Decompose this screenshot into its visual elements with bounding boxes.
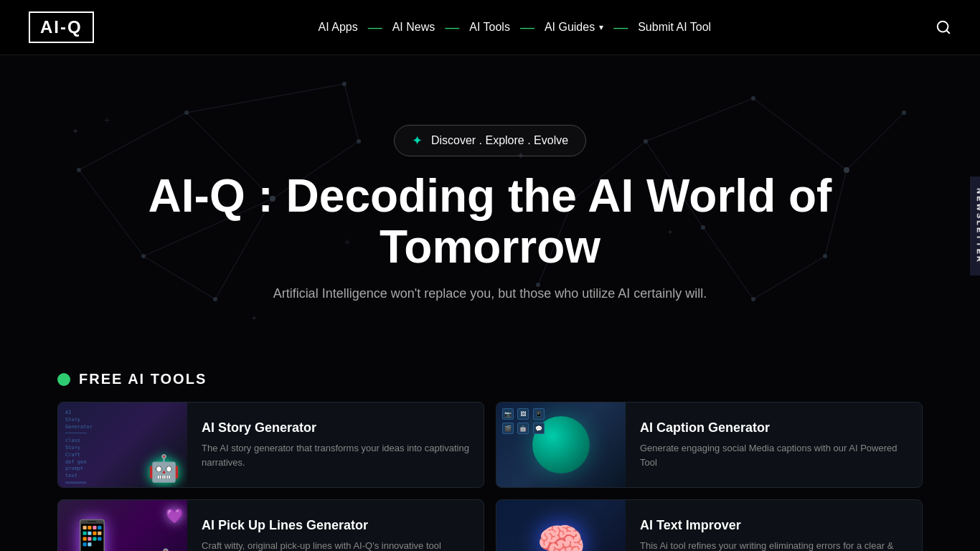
nav-item-ai-apps[interactable]: AI Apps	[306, 21, 371, 34]
svg-point-24	[342, 82, 347, 86]
hearts-icon: 💜	[166, 507, 184, 524]
logo[interactable]: AI-Q	[29, 11, 94, 43]
textimprover-card-title: AI Text Improver	[640, 518, 908, 533]
newsletter-sidebar[interactable]: NEWSLETTER	[970, 176, 980, 276]
hero-badge-text: Discover . Explore . Evolve	[431, 134, 568, 147]
phone-icon: 📱	[65, 517, 119, 552]
chevron-down-icon: ▾	[599, 22, 603, 32]
caption-grid: 📷 🖼 📱 🎬 🤖 💬	[502, 408, 545, 434]
pickup-robot-icon: 🤖	[148, 547, 184, 551]
nav-link-ai-guides[interactable]: AI Guides ▾	[532, 21, 616, 34]
caption-card-content: AI Caption Generator Generate engaging s…	[626, 402, 922, 487]
svg-text:✦: ✦	[251, 314, 257, 322]
svg-text:+: +	[104, 114, 110, 126]
nav-right	[936, 19, 951, 35]
section-heading: FREE AI TOOLS	[79, 371, 207, 387]
textimprover-card-content: AI Text Improver This Ai tool refines yo…	[626, 500, 922, 551]
hand-icon: 🤖	[148, 453, 180, 484]
hero-badge: ✦ Discover . Explore . Evolve	[394, 125, 586, 156]
tool-card-pickup-lines[interactable]: 📱 🤖 💜 AI Pick Up Lines Generator Craft w…	[57, 499, 484, 551]
caption-image-content: 📷 🖼 📱 🎬 🤖 💬	[496, 402, 626, 487]
nav-links: AI Apps — AI News — AI Tools — AI Guides…	[306, 19, 725, 36]
svg-line-13	[847, 113, 904, 170]
textimprover-card-desc: This Ai tool refines your writing elimin…	[640, 539, 908, 551]
story-card-content: AI Story Generator The AI story generato…	[187, 402, 484, 487]
pickup-card-desc: Craft witty, original pick-up lines with…	[202, 539, 469, 551]
nav-separator-1: —	[371, 19, 380, 36]
tool-image-caption: 📷 🖼 📱 🎬 🤖 💬	[496, 402, 626, 487]
logo-wrapper[interactable]: AI-Q	[29, 11, 94, 43]
svg-line-7	[187, 84, 344, 113]
svg-point-30	[902, 110, 906, 115]
story-code-overlay: AIStoryGenerator───────classStoryCraftde…	[65, 410, 93, 487]
tool-card-text-improver[interactable]: 🧠 AITEXTIMPROVER AI Text Improver This A…	[496, 499, 923, 551]
pickup-image-content: 📱 🤖 💜	[58, 500, 187, 551]
story-image-content: AIStoryGenerator───────classStoryCraftde…	[58, 402, 187, 487]
tool-image-pickup: 📱 🤖 💜	[58, 500, 187, 551]
pickup-card-content: AI Pick Up Lines Generator Craft witty, …	[187, 500, 484, 551]
tools-grid: AIStoryGenerator───────classStoryCraftde…	[57, 402, 923, 551]
pickup-card-title: AI Pick Up Lines Generator	[202, 518, 469, 533]
search-icon	[936, 19, 951, 35]
tool-image-story: AIStoryGenerator───────classStoryCraftde…	[58, 402, 187, 487]
svg-text:✦: ✦	[72, 126, 79, 136]
hero-title: AI-Q : Decoding the AI World of Tomorrow	[131, 171, 849, 272]
nav-separator-2: —	[448, 19, 456, 36]
svg-line-1	[946, 30, 949, 33]
story-card-desc: The AI story generator that transforms y…	[202, 441, 469, 469]
tool-image-text-improver: 🧠 AITEXTIMPROVER	[496, 500, 626, 551]
caption-card-desc: Generate engaging social Media captions …	[640, 441, 908, 469]
nav-item-submit[interactable]: Submit AI Tool	[625, 21, 724, 34]
nav-item-ai-guides[interactable]: AI Guides ▾	[532, 21, 616, 34]
section-dot-icon	[57, 373, 70, 386]
nav-link-submit[interactable]: Submit AI Tool	[625, 21, 724, 34]
hero-subtitle: Artificial Intelligence won't replace yo…	[273, 286, 707, 301]
tool-card-story-generator[interactable]: AIStoryGenerator───────classStoryCraftde…	[57, 402, 484, 488]
nav-separator-3: —	[523, 19, 532, 36]
svg-point-20	[77, 168, 81, 172]
svg-point-21	[184, 110, 189, 115]
nav-item-ai-tools[interactable]: AI Tools	[456, 21, 523, 34]
nav-link-ai-tools[interactable]: AI Tools	[456, 21, 523, 34]
brain-icon: 🧠	[537, 519, 586, 552]
nav-link-ai-news[interactable]: AI News	[380, 21, 448, 34]
hero-content: ✦ Discover . Explore . Evolve AI-Q : Dec…	[131, 125, 849, 301]
section-header: FREE AI TOOLS	[57, 371, 923, 387]
caption-card-title: AI Caption Generator	[640, 420, 908, 435]
textimprover-image-content: 🧠 AITEXTIMPROVER	[496, 500, 626, 551]
navbar: AI-Q AI Apps — AI News — AI Tools — AI G…	[0, 0, 980, 55]
search-button[interactable]	[936, 19, 951, 35]
sparkle-icon: ✦	[412, 133, 423, 149]
hero-section: + + + + ✦ ✦ ✦ ✦ ✦ Discover . Explore . E…	[0, 55, 980, 357]
nav-item-ai-news[interactable]: AI News	[380, 21, 448, 34]
tool-card-caption-generator[interactable]: 📷 🖼 📱 🎬 🤖 💬 AI Caption Generator Generat…	[496, 402, 923, 488]
tools-section: FREE AI TOOLS AIStoryGenerator───────cla…	[0, 357, 980, 551]
nav-separator-4: —	[616, 19, 625, 36]
nav-link-ai-apps[interactable]: AI Apps	[306, 21, 371, 34]
story-card-title: AI Story Generator	[202, 420, 469, 435]
svg-point-28	[751, 96, 755, 100]
